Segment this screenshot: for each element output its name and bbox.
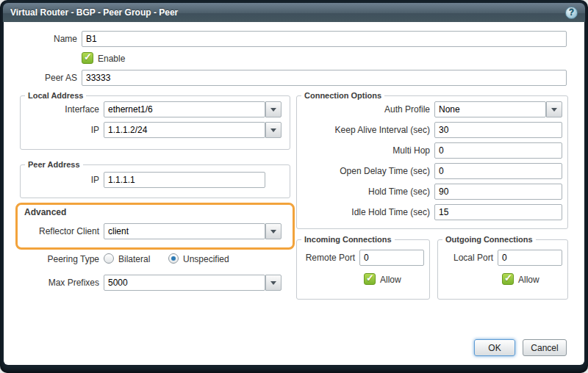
max-prefixes-select[interactable] [104, 275, 265, 291]
peering-type-label: Peering Type [4, 254, 99, 264]
peer-as-label: Peer AS [4, 73, 77, 83]
peering-type-unspecified-label: Unspecified [183, 254, 229, 264]
idle-hold-input[interactable] [434, 204, 562, 220]
connection-options-legend: Connection Options [301, 91, 384, 100]
local-port-label: Local Port [437, 253, 493, 263]
peering-type-bilateral-radio[interactable] [104, 253, 114, 264]
remote-port-label: Remote Port [298, 253, 355, 263]
reflector-client-label: Reflector Client [4, 226, 99, 236]
dialog-titlebar: Virtual Router - BGP - Peer Group - Peer… [3, 3, 585, 22]
dialog-title: Virtual Router - BGP - Peer Group - Peer [10, 7, 178, 18]
peer-address-legend: Peer Address [25, 160, 83, 169]
dialog-body: Name Enable Peer AS Local Address Interf… [4, 22, 584, 365]
advanced-section-title: Advanced [24, 207, 66, 217]
name-label: Name [4, 34, 77, 44]
local-address-fieldset: Local Address [20, 91, 290, 150]
incoming-allow-label: Allow [380, 275, 401, 285]
local-address-legend: Local Address [25, 91, 86, 100]
ok-button[interactable]: OK [474, 339, 515, 356]
idle-hold-label: Idle Hold Time (sec) [298, 207, 430, 217]
peer-as-input[interactable] [82, 70, 567, 86]
reflector-client-select[interactable] [104, 223, 265, 239]
interface-label: Interface [4, 104, 99, 115]
chevron-down-icon [270, 128, 276, 132]
enable-label: Enable [98, 54, 125, 64]
keep-alive-label: Keep Alive Interval (sec) [298, 125, 430, 135]
open-delay-label: Open Delay Time (sec) [298, 166, 430, 176]
incoming-allow-checkbox[interactable] [364, 273, 376, 285]
hold-time-input[interactable] [434, 184, 562, 200]
auth-profile-label: Auth Profile [298, 104, 430, 115]
peer-ip-label: IP [4, 175, 99, 185]
local-ip-dropdown-button[interactable] [265, 122, 282, 138]
enable-checkbox[interactable] [82, 52, 93, 64]
remote-port-input[interactable] [359, 250, 424, 266]
auth-profile-select[interactable] [434, 101, 546, 117]
interface-dropdown-button[interactable] [265, 101, 282, 117]
help-icon[interactable]: ? [565, 7, 578, 19]
interface-select[interactable] [104, 101, 265, 117]
outgoing-connections-fieldset: Outgoing Connections [437, 235, 568, 300]
peer-ip-input[interactable] [104, 172, 265, 188]
peering-type-bilateral-label: Bilateral [118, 254, 150, 264]
outgoing-allow-label: Allow [518, 275, 539, 285]
chevron-down-icon [270, 230, 276, 233]
name-input[interactable] [82, 31, 567, 47]
hold-time-label: Hold Time (sec) [298, 186, 430, 197]
multi-hop-input[interactable] [434, 142, 562, 159]
outgoing-connections-legend: Outgoing Connections [442, 235, 536, 244]
chevron-down-icon [270, 108, 276, 112]
auth-profile-dropdown-button[interactable] [546, 101, 562, 117]
max-prefixes-label: Max Prefixes [4, 278, 99, 288]
chevron-down-icon [270, 281, 276, 285]
multi-hop-label: Multi Hop [298, 145, 430, 156]
max-prefixes-dropdown-button[interactable] [265, 275, 282, 291]
incoming-connections-legend: Incoming Connections [301, 235, 395, 244]
local-ip-label: IP [4, 125, 99, 135]
chevron-down-icon [551, 108, 557, 112]
outgoing-allow-checkbox[interactable] [502, 273, 514, 285]
dialog-frame: Virtual Router - BGP - Peer Group - Peer… [0, 0, 588, 373]
incoming-connections-fieldset: Incoming Connections [296, 235, 430, 300]
local-port-input[interactable] [498, 250, 562, 266]
peering-type-unspecified-radio[interactable] [168, 253, 179, 264]
reflector-client-dropdown-button[interactable] [265, 223, 282, 239]
keep-alive-input[interactable] [434, 122, 562, 138]
cancel-button[interactable]: Cancel [523, 339, 567, 356]
open-delay-input[interactable] [434, 163, 562, 179]
local-ip-select[interactable] [104, 122, 265, 138]
